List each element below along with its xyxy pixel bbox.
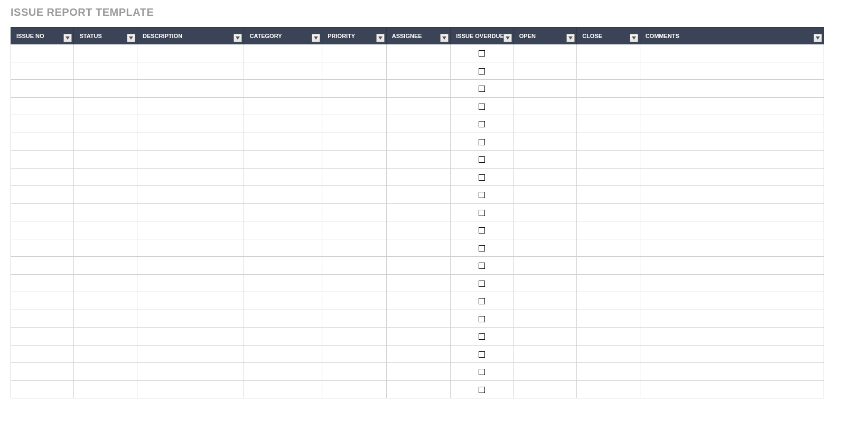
cell-description[interactable] (137, 239, 244, 257)
cell-issue-overdue[interactable] (451, 274, 514, 292)
cell-status[interactable] (74, 62, 137, 80)
cell-open[interactable] (514, 62, 576, 80)
cell-status[interactable] (74, 80, 137, 98)
cell-open[interactable] (514, 328, 576, 346)
cell-comments[interactable] (640, 310, 824, 328)
cell-issue-overdue[interactable] (451, 380, 514, 398)
cell-open[interactable] (514, 186, 576, 204)
cell-issue-no[interactable] (11, 221, 74, 239)
cell-category[interactable] (244, 203, 322, 221)
cell-issue-no[interactable] (11, 168, 74, 186)
cell-open[interactable] (514, 257, 576, 275)
overdue-checkbox[interactable] (479, 121, 485, 127)
cell-open[interactable] (514, 151, 576, 169)
cell-close[interactable] (577, 239, 640, 257)
cell-assignee[interactable] (386, 203, 451, 221)
cell-close[interactable] (577, 328, 640, 346)
cell-description[interactable] (137, 168, 244, 186)
cell-close[interactable] (577, 80, 640, 98)
cell-close[interactable] (577, 97, 640, 115)
filter-dropdown-icon[interactable] (127, 34, 135, 42)
cell-assignee[interactable] (386, 292, 451, 310)
cell-assignee[interactable] (386, 151, 451, 169)
cell-description[interactable] (137, 328, 244, 346)
cell-issue-no[interactable] (11, 133, 74, 151)
cell-open[interactable] (514, 292, 576, 310)
cell-assignee[interactable] (386, 380, 451, 398)
overdue-checkbox[interactable] (479, 86, 485, 92)
filter-dropdown-icon[interactable] (234, 34, 242, 42)
cell-issue-no[interactable] (11, 151, 74, 169)
cell-status[interactable] (74, 151, 137, 169)
cell-open[interactable] (514, 168, 576, 186)
overdue-checkbox[interactable] (479, 68, 485, 74)
cell-status[interactable] (74, 97, 137, 115)
cell-assignee[interactable] (386, 44, 451, 62)
cell-category[interactable] (244, 115, 322, 133)
cell-comments[interactable] (640, 380, 824, 398)
cell-assignee[interactable] (386, 239, 451, 257)
cell-category[interactable] (244, 168, 322, 186)
cell-close[interactable] (577, 380, 640, 398)
filter-dropdown-icon[interactable] (312, 34, 320, 42)
cell-issue-overdue[interactable] (451, 310, 514, 328)
cell-description[interactable] (137, 62, 244, 80)
cell-close[interactable] (577, 221, 640, 239)
cell-description[interactable] (137, 221, 244, 239)
cell-open[interactable] (514, 274, 576, 292)
cell-close[interactable] (577, 203, 640, 221)
cell-open[interactable] (514, 203, 576, 221)
cell-issue-overdue[interactable] (451, 62, 514, 80)
cell-priority[interactable] (322, 80, 387, 98)
cell-category[interactable] (244, 292, 322, 310)
cell-issue-overdue[interactable] (451, 151, 514, 169)
cell-issue-no[interactable] (11, 345, 74, 363)
cell-issue-overdue[interactable] (451, 292, 514, 310)
cell-description[interactable] (137, 310, 244, 328)
cell-description[interactable] (137, 186, 244, 204)
cell-close[interactable] (577, 62, 640, 80)
cell-close[interactable] (577, 186, 640, 204)
cell-priority[interactable] (322, 292, 387, 310)
cell-assignee[interactable] (386, 257, 451, 275)
cell-comments[interactable] (640, 97, 824, 115)
cell-comments[interactable] (640, 221, 824, 239)
cell-category[interactable] (244, 345, 322, 363)
cell-issue-overdue[interactable] (451, 239, 514, 257)
cell-status[interactable] (74, 292, 137, 310)
cell-comments[interactable] (640, 168, 824, 186)
cell-category[interactable] (244, 239, 322, 257)
cell-category[interactable] (244, 62, 322, 80)
cell-open[interactable] (514, 239, 576, 257)
cell-status[interactable] (74, 133, 137, 151)
overdue-checkbox[interactable] (479, 174, 485, 181)
filter-dropdown-icon[interactable] (566, 34, 575, 42)
cell-issue-overdue[interactable] (451, 80, 514, 98)
cell-comments[interactable] (640, 345, 824, 363)
cell-comments[interactable] (640, 328, 824, 346)
cell-priority[interactable] (322, 345, 387, 363)
cell-close[interactable] (577, 44, 640, 62)
overdue-checkbox[interactable] (479, 156, 485, 163)
cell-assignee[interactable] (386, 274, 451, 292)
cell-status[interactable] (74, 328, 137, 346)
cell-comments[interactable] (640, 44, 824, 62)
cell-priority[interactable] (322, 44, 387, 62)
cell-priority[interactable] (322, 328, 387, 346)
overdue-checkbox[interactable] (479, 50, 485, 57)
cell-issue-overdue[interactable] (451, 186, 514, 204)
cell-comments[interactable] (640, 133, 824, 151)
overdue-checkbox[interactable] (479, 333, 485, 340)
cell-assignee[interactable] (386, 221, 451, 239)
cell-category[interactable] (244, 328, 322, 346)
cell-status[interactable] (74, 310, 137, 328)
cell-close[interactable] (577, 115, 640, 133)
cell-category[interactable] (244, 310, 322, 328)
cell-issue-no[interactable] (11, 363, 74, 381)
cell-comments[interactable] (640, 292, 824, 310)
cell-category[interactable] (244, 221, 322, 239)
overdue-checkbox[interactable] (479, 281, 485, 287)
cell-issue-overdue[interactable] (451, 97, 514, 115)
cell-open[interactable] (514, 221, 576, 239)
cell-assignee[interactable] (386, 62, 451, 80)
